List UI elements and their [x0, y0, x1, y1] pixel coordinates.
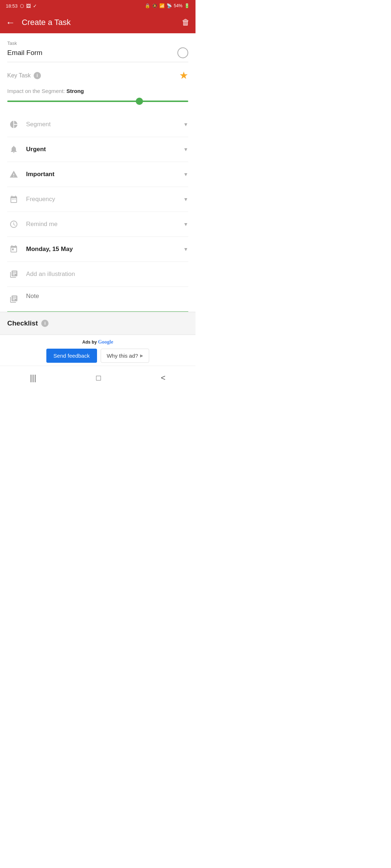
- status-right: 🔒 🔕 📶 📡 54% 🔋: [145, 3, 190, 8]
- signal-icon: 📡: [167, 3, 172, 8]
- segment-chevron: ▼: [183, 122, 188, 127]
- mute-icon: 🔕: [152, 3, 157, 8]
- key-task-row: Key Task i ★: [7, 69, 188, 81]
- checklist-section: Checklist i: [0, 312, 196, 335]
- status-bar: 18:53 ⬡ 🖼 ✓ 🔒 🔕 📶 📡 54% 🔋: [0, 0, 196, 12]
- wifi-icon: 📶: [159, 3, 165, 8]
- impact-value: Strong: [66, 88, 84, 94]
- frequency-dropdown[interactable]: Frequency ▼: [7, 187, 188, 212]
- task-complete-circle[interactable]: [177, 47, 188, 58]
- ads-label: Ads by Google: [6, 339, 190, 345]
- check-icon: ✓: [33, 3, 37, 9]
- back-button[interactable]: ←: [6, 18, 15, 27]
- segment-label: Segment: [26, 121, 183, 128]
- nav-back-button[interactable]: <: [152, 371, 174, 385]
- date-dropdown[interactable]: Monday, 15 May ▼: [7, 237, 188, 261]
- date-chevron: ▼: [183, 246, 188, 252]
- key-task-info-icon[interactable]: i: [34, 72, 41, 79]
- segment-dropdown[interactable]: Segment ▼: [7, 112, 188, 137]
- key-task-left: Key Task i: [7, 72, 41, 79]
- frequency-chevron: ▼: [183, 196, 188, 202]
- frequency-icon: [7, 193, 20, 206]
- image-icon: 🖼: [26, 3, 31, 9]
- slider-track: [7, 101, 188, 102]
- key-task-label: Key Task: [7, 72, 31, 79]
- ads-prefix: Ads by: [82, 340, 97, 345]
- impact-slider[interactable]: [7, 98, 188, 105]
- why-this-ad-button[interactable]: Why this ad? ▶: [101, 349, 150, 363]
- urgent-icon: [7, 143, 20, 156]
- page-title: Create a Task: [22, 18, 182, 27]
- remind-me-chevron: ▼: [183, 221, 188, 227]
- urgent-dropdown[interactable]: Urgent ▼: [7, 137, 188, 162]
- important-label: Important: [26, 171, 183, 178]
- urgent-chevron: ▼: [183, 146, 188, 152]
- checklist-label: Checklist: [7, 319, 38, 327]
- note-input[interactable]: [26, 293, 188, 300]
- play-icon: ▶: [140, 353, 143, 358]
- illustration-icon: [7, 268, 20, 281]
- important-icon: [7, 168, 20, 181]
- status-time: 18:53: [6, 3, 18, 9]
- ads-bar: Ads by Google Send feedback Why this ad?…: [0, 335, 196, 366]
- note-row: [7, 287, 188, 312]
- battery-percent: 54%: [174, 3, 182, 8]
- lock-icon: 🔒: [145, 3, 150, 8]
- impact-label: Impact on the Segment: Strong: [7, 88, 188, 94]
- why-this-ad-label: Why this ad?: [107, 353, 138, 359]
- checklist-info-icon[interactable]: i: [41, 320, 49, 327]
- frequency-label: Frequency: [26, 196, 183, 203]
- segment-icon: [7, 118, 20, 131]
- content: Task Key Task i ★ Impact on the Segment:…: [0, 33, 196, 312]
- important-chevron: ▼: [183, 171, 188, 177]
- ads-brand: Google: [98, 339, 113, 345]
- task-field-label: Task: [7, 41, 188, 46]
- add-illustration-row[interactable]: Add an illustration: [7, 262, 188, 287]
- nav-home-button[interactable]: □: [88, 371, 110, 385]
- urgent-label: Urgent: [26, 146, 183, 153]
- bottom-nav: ||| □ <: [0, 366, 196, 390]
- slider-thumb: [136, 98, 143, 105]
- battery-icon: 🔋: [184, 3, 190, 8]
- remind-me-icon: [7, 218, 20, 231]
- impact-row: Impact on the Segment: Strong: [7, 88, 188, 105]
- task-input[interactable]: [7, 49, 177, 57]
- remind-me-label: Remind me: [26, 221, 183, 228]
- important-dropdown[interactable]: Important ▼: [7, 162, 188, 187]
- dropdown-section: Segment ▼ Urgent ▼ Important ▼: [7, 112, 188, 262]
- send-feedback-button[interactable]: Send feedback: [46, 349, 97, 363]
- remind-me-dropdown[interactable]: Remind me ▼: [7, 212, 188, 237]
- toolbar: ← Create a Task 🗑: [0, 12, 196, 33]
- ads-buttons: Send feedback Why this ad? ▶: [6, 349, 190, 363]
- delete-button[interactable]: 🗑: [182, 18, 190, 27]
- star-icon[interactable]: ★: [179, 69, 188, 81]
- note-icon: [7, 293, 20, 306]
- task-row: [7, 47, 188, 62]
- status-left: 18:53 ⬡ 🖼 ✓: [6, 3, 37, 9]
- date-label: Monday, 15 May: [26, 246, 183, 253]
- date-icon: [7, 243, 20, 256]
- sync-icon: ⬡: [20, 3, 24, 9]
- nav-menu-button[interactable]: |||: [21, 371, 45, 385]
- add-illustration-label: Add an illustration: [26, 271, 188, 278]
